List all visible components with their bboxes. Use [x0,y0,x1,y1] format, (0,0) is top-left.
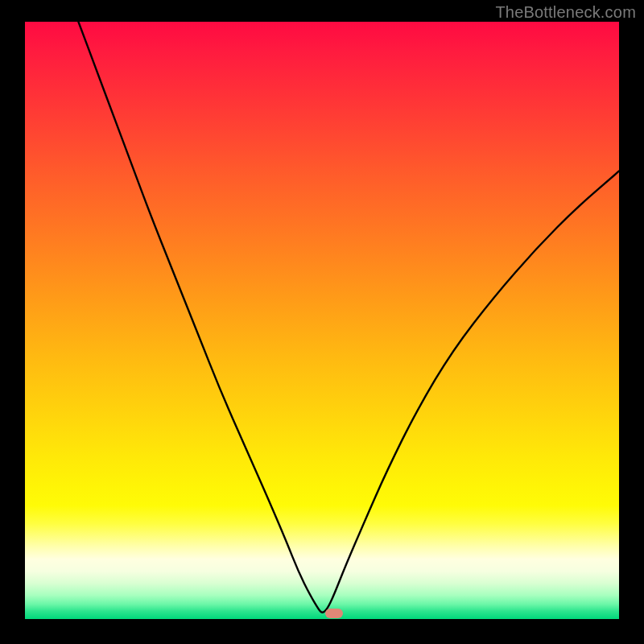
plot-area [25,22,619,619]
stage: TheBottleneck.com [0,0,644,644]
bottleneck-curve [25,22,619,619]
curve-path [78,22,619,613]
watermark-text: TheBottleneck.com [495,3,636,22]
vertex-marker [325,609,343,618]
